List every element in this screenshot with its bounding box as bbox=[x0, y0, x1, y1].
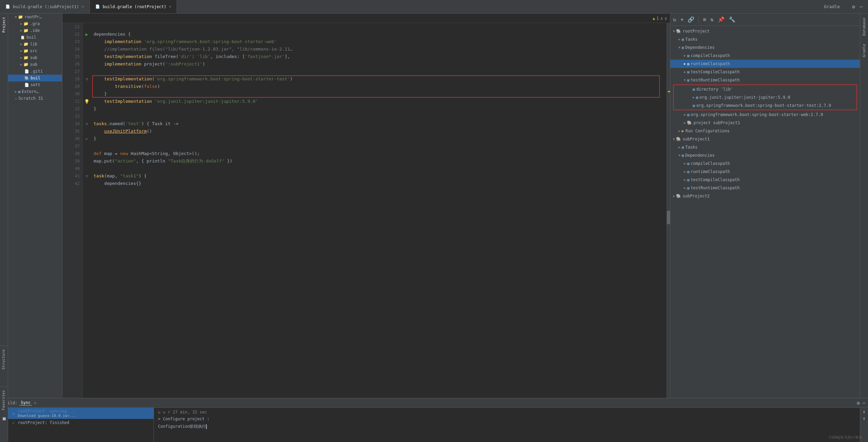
warning-nav-up[interactable]: ∧ bbox=[660, 16, 663, 21]
code-line-22: dependencies { bbox=[94, 31, 667, 38]
bottom-settings-icon[interactable]: ⚙ bbox=[857, 400, 860, 406]
expand-button[interactable]: ⇅ bbox=[710, 16, 714, 23]
code-lines[interactable]: dependencies { implementation 'org.sprin… bbox=[91, 23, 667, 398]
sidebar-item-ide[interactable]: ▶ 📁 .ide bbox=[8, 27, 62, 34]
wrench-button[interactable]: 🔧 bbox=[729, 16, 735, 23]
node-label: runtimeClasspath bbox=[691, 169, 730, 174]
gradle-node-dir-lib[interactable]: ▦ directory 'lib' bbox=[674, 85, 856, 93]
build-item-finished[interactable]: ✓ rootProject: finished bbox=[8, 419, 154, 426]
sidebar-item-src[interactable]: ▶ 📁 src bbox=[8, 47, 62, 54]
gutter-40 bbox=[83, 165, 91, 172]
sidebar-item-build-gradle[interactable]: 🐘 buil bbox=[8, 75, 62, 81]
pin-button[interactable]: 📌 bbox=[718, 16, 725, 23]
database-tab[interactable]: Database bbox=[861, 14, 868, 40]
dep-icon: ▦ bbox=[687, 186, 689, 190]
structure-tab[interactable]: Structure bbox=[0, 346, 7, 373]
gradle-node-testruntime1[interactable]: ▼ ▦ testRuntimeClasspath bbox=[670, 76, 860, 84]
tasks-icon: ▦ bbox=[682, 37, 684, 42]
gutter-35 bbox=[83, 128, 91, 135]
gutter-fold-41[interactable]: ▽ bbox=[83, 172, 91, 180]
gradle-node-runtime2[interactable]: ▶ ▦ runtimeClasspath bbox=[670, 168, 860, 176]
code-line-26: implementation project(':subProject1') bbox=[94, 60, 667, 68]
sidebar-item-lib[interactable]: ▶ 📁 lib bbox=[8, 41, 62, 47]
tab1-label: build.gradle (:subProject1) bbox=[13, 4, 79, 9]
build-item-label: rootProject: syncing... bbox=[18, 409, 76, 414]
favorites-tab[interactable]: Favorites bbox=[0, 387, 7, 414]
expand-arrow: ▼ bbox=[678, 154, 680, 157]
gradle-tab[interactable]: Gradle bbox=[861, 40, 868, 61]
vertical-scrollbar[interactable] bbox=[667, 23, 670, 398]
gutter-32 bbox=[83, 105, 91, 113]
gradle-node-testcompile1[interactable]: ▶ ▦ testCompileClasspath bbox=[670, 68, 860, 76]
gutter-33 bbox=[83, 113, 91, 120]
collapse-button[interactable]: ≡ bbox=[703, 16, 706, 23]
sidebar-item-gitignore[interactable]: 📄 .giti bbox=[8, 68, 62, 75]
sync-close[interactable]: ✕ bbox=[34, 401, 36, 405]
expand-arrow: ▼ bbox=[15, 15, 17, 19]
gradle-node-compile2[interactable]: ▶ ▦ compileClasspath bbox=[670, 159, 860, 168]
tab-subproject1[interactable]: 📄 build.gradle (:subProject1) ✕ bbox=[0, 0, 90, 13]
project-tab[interactable]: Project bbox=[0, 14, 7, 36]
stop-icon[interactable]: ⏹ bbox=[2, 416, 6, 421]
gutter-fold-28[interactable]: ▽ bbox=[83, 75, 91, 83]
gradle-node-tasks1[interactable]: ▶ ▦ Tasks bbox=[670, 35, 860, 43]
gradle-node-testruntime2[interactable]: ▶ ▦ testRuntimeClasspath bbox=[670, 184, 860, 192]
settings-icon[interactable]: ⚙ bbox=[852, 4, 855, 9]
sidebar-item-rootproject[interactable]: ▼ 📁 rootPr… bbox=[8, 14, 62, 20]
link-button[interactable]: 🔗 bbox=[688, 16, 694, 23]
tab2-close[interactable]: ✕ bbox=[169, 4, 172, 9]
refresh-button[interactable]: ↻ bbox=[673, 16, 676, 23]
sidebar-item-sub1[interactable]: ▶ 📁 sub bbox=[8, 54, 62, 61]
gradle-tree[interactable]: ▼ 🐘 rootProject ▶ ▦ Tasks ▼ ▦ Dependenci… bbox=[670, 26, 860, 398]
add-button[interactable]: + bbox=[680, 16, 684, 23]
gutter-fold-36[interactable]: ▷ bbox=[83, 135, 91, 142]
sidebar-item-gra[interactable]: ▶ 📁 .gra bbox=[8, 20, 62, 27]
sidebar-item-external[interactable]: ▶ ▦ Extern… bbox=[8, 88, 62, 95]
gradle-node-rootproject[interactable]: ▼ 🐘 rootProject bbox=[670, 27, 860, 35]
sidebar-item-settings[interactable]: 📄 sett bbox=[8, 81, 62, 88]
warning-nav-down[interactable]: ∨ bbox=[665, 16, 667, 21]
gradle-node-spring-web[interactable]: ▶ ▦ org.springframework.boot:spring-boot… bbox=[670, 111, 860, 119]
sidebar-label: sub bbox=[30, 55, 37, 60]
gradle-node-dependencies2[interactable]: ▼ ▦ Dependencies bbox=[670, 151, 860, 159]
gutter-run-22[interactable]: ▶ bbox=[83, 31, 91, 38]
code-line-33 bbox=[94, 113, 667, 120]
code-line-36: } bbox=[94, 135, 667, 142]
scroll-up-icon[interactable]: ⬆ bbox=[863, 409, 865, 415]
gradle-node-runtime1[interactable]: ▶ ▦ runtimeClasspath bbox=[670, 60, 860, 68]
expand-arrow: ▶ bbox=[684, 170, 686, 173]
line-num-31: 31 bbox=[75, 98, 80, 105]
scrollbar-thumb[interactable] bbox=[667, 211, 670, 224]
folder-icon: 📁 bbox=[23, 28, 28, 33]
gutter-fold-34[interactable]: ▽ bbox=[83, 120, 91, 128]
build-item-syncing[interactable]: ↻ rootProject: syncing... Download guava… bbox=[8, 408, 154, 419]
code-line-39: map.put("action", { println "Task自身的行为-d… bbox=[94, 157, 667, 165]
minimize-icon[interactable]: ─ bbox=[860, 4, 863, 9]
bottom-minimize-icon[interactable]: ─ bbox=[863, 400, 865, 406]
gradle-node-subproject1-ref[interactable]: ▶ 🐘 project subProject1 bbox=[670, 119, 860, 127]
sidebar-item-scratch[interactable]: ✏ Scratch 31 bbox=[8, 95, 62, 102]
sidebar-label: .gra bbox=[30, 21, 40, 26]
gradle-node-subproject2[interactable]: ▶ 🐘 subProject2 bbox=[670, 192, 860, 200]
tab1-close[interactable]: ✕ bbox=[82, 4, 84, 9]
sidebar-item-build[interactable]: 📋 buil bbox=[8, 34, 62, 41]
gradle-node-subproject1[interactable]: ▼ 🐘 subProject1 bbox=[670, 135, 860, 143]
gutter-27 bbox=[83, 68, 91, 75]
scroll-down-icon[interactable]: ⬇ bbox=[863, 416, 865, 421]
sidebar-item-sub2[interactable]: ▶ 📁 sub bbox=[8, 61, 62, 68]
gradle-node-tasks2[interactable]: ▶ ▦ Tasks bbox=[670, 143, 860, 151]
gradle-node-compile1[interactable]: ▶ ▦ compileClasspath bbox=[670, 52, 860, 60]
tab2-label: build.gradle (rootProject) bbox=[103, 4, 166, 9]
node-label: org.junit.jupiter:junit-jupiter:5.9.0 bbox=[699, 95, 790, 100]
gradle-node-junit[interactable]: ▶ ▦ org.junit.jupiter:junit-jupiter:5.9.… bbox=[674, 93, 856, 101]
line-numbers: 21 22 23 24 25 26 27 28 29 30 31 32 33 3… bbox=[62, 23, 83, 398]
tab-rootproject[interactable]: 📄 build.gradle (rootProject) ✕ bbox=[90, 0, 177, 13]
gradle-node-testcompile2[interactable]: ▶ ▦ testCompileClasspath bbox=[670, 176, 860, 184]
node-label: Dependencies bbox=[685, 45, 715, 50]
gradle-node-spring-test[interactable]: ▦ org.springframework.boot:spring-boot-s… bbox=[674, 101, 856, 110]
gradle-node-runconfigs[interactable]: ▶ ▶ Run Configurations bbox=[670, 127, 860, 135]
gradle-node-dependencies1[interactable]: ▼ ▦ Dependencies bbox=[670, 43, 860, 52]
sidebar-rootproject-label: rootPr… bbox=[24, 15, 42, 19]
sync-tab[interactable]: Sync bbox=[19, 400, 32, 406]
line-num-41: 41 bbox=[75, 172, 80, 180]
